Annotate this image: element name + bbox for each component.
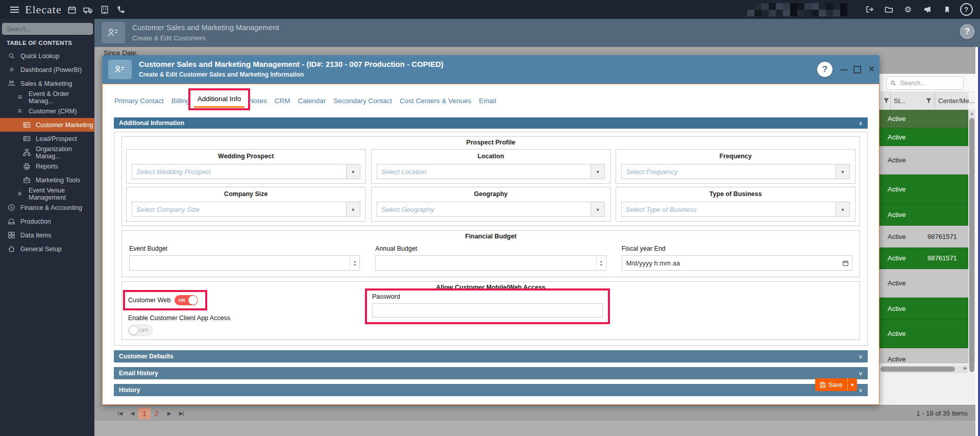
location-dropdown[interactable]: Select Location ▾: [377, 164, 605, 179]
toggle-knob[interactable]: [188, 296, 198, 305]
wedding-prospect-dropdown[interactable]: Select Wedding Prospect ▾: [132, 164, 360, 179]
grid-search-input[interactable]: [899, 79, 963, 87]
tab-notes[interactable]: Notes: [245, 94, 270, 108]
modal-help-button[interactable]: ?: [817, 62, 832, 77]
hamburger-menu-icon[interactable]: [10, 7, 19, 13]
step-down-icon[interactable]: ▾: [354, 263, 356, 267]
section-customer-defaults[interactable]: Customer Defaults ∨: [114, 350, 868, 362]
sidebar-item-data-items[interactable]: Data Items: [0, 228, 94, 242]
sidebar-item-sales-marketing[interactable]: Sales & Marketing: [0, 77, 94, 90]
tab-calendar[interactable]: Calendar: [294, 94, 329, 108]
chevron-down-icon[interactable]: ▾: [346, 202, 360, 216]
fiscal-year-input[interactable]: [622, 259, 840, 267]
grid-column-partial[interactable]: [879, 91, 891, 110]
table-row[interactable]: Active: [879, 204, 968, 226]
pager-page-2[interactable]: 2: [151, 408, 163, 419]
sidebar-item-organization-management[interactable]: Organization Manag...: [0, 146, 94, 159]
filter-icon[interactable]: [923, 98, 932, 104]
password-input[interactable]: [372, 303, 603, 318]
type-of-business-dropdown[interactable]: Select Type of Business ▾: [621, 202, 850, 217]
gear-icon[interactable]: ⚙: [901, 3, 915, 16]
scroll-up-icon[interactable]: ▲: [968, 110, 975, 117]
logout-icon[interactable]: [863, 3, 876, 16]
grid-column-center[interactable]: Center/Me...: [935, 91, 980, 110]
phone-icon[interactable]: [115, 4, 127, 16]
save-button[interactable]: Save ▼: [815, 378, 857, 391]
sidebar-item-general-setup[interactable]: General Setup: [0, 242, 94, 256]
sidebar-item-reports[interactable]: Reports: [0, 159, 94, 173]
tab-primary-contact[interactable]: Primary Contact: [111, 94, 167, 108]
sidebar-item-marketing-tools[interactable]: Marketing Tools: [0, 173, 94, 187]
sidebar-item-finance-accounting[interactable]: $ Finance & Accounting: [0, 201, 94, 214]
pager-next-button[interactable]: ▶: [163, 408, 175, 419]
frequency-dropdown[interactable]: Select Frequency ▾: [621, 164, 850, 179]
tab-cost-centers-venues[interactable]: Cost Centers & Venues: [396, 94, 475, 108]
filter-icon[interactable]: [880, 98, 889, 104]
maximize-icon[interactable]: [853, 66, 861, 74]
chevron-down-icon[interactable]: ▾: [591, 202, 604, 216]
folder-icon[interactable]: [882, 3, 895, 16]
table-row[interactable]: Active: [879, 175, 968, 204]
section-email-history[interactable]: Email History ∨: [114, 367, 868, 379]
section-history[interactable]: History ∨: [114, 384, 868, 396]
save-dropdown-arrow[interactable]: ▼: [847, 378, 857, 391]
close-icon[interactable]: ×: [869, 64, 874, 74]
company-size-dropdown[interactable]: Select Company Size ▾: [132, 202, 360, 217]
sidebar-item-quick-lookup[interactable]: Quick Lookup: [0, 49, 94, 63]
calendar-icon[interactable]: [66, 4, 78, 16]
chevron-down-icon[interactable]: ▾: [591, 164, 604, 179]
pager-prev-button[interactable]: ◀: [126, 408, 138, 419]
table-row[interactable]: Active: [879, 298, 968, 320]
tab-crm[interactable]: CRM: [271, 94, 294, 108]
table-row[interactable]: Active: [879, 269, 968, 298]
chevron-down-icon[interactable]: ▾: [836, 164, 849, 179]
sidebar-item-production[interactable]: Production: [0, 214, 94, 228]
section-additional-information[interactable]: Additional Information ∧: [114, 117, 868, 129]
table-row[interactable]: Active: [879, 146, 968, 175]
sidebar-item-event-venue-management[interactable]: ≡ Event Venue Management: [0, 187, 94, 201]
table-row[interactable]: Active: [879, 348, 968, 364]
client-app-access-toggle[interactable]: OFF: [128, 325, 153, 336]
sidebar-search-input[interactable]: [2, 23, 93, 35]
bookmark-icon[interactable]: [940, 3, 953, 16]
customer-web-toggle[interactable]: ON: [175, 295, 198, 305]
table-row[interactable]: Active: [879, 128, 968, 146]
pager-first-button[interactable]: |◀: [114, 408, 126, 419]
horizontal-scroll-thumb[interactable]: [880, 367, 955, 372]
chevron-down-icon[interactable]: ▾: [836, 202, 849, 216]
tab-secondary-contact[interactable]: Secondary Contact: [330, 94, 396, 108]
sidebar-item-event-order-management[interactable]: ≡ Event & Order Manag...: [0, 90, 94, 104]
step-down-icon[interactable]: ▾: [600, 263, 602, 267]
scroll-down-icon[interactable]: ▼: [968, 356, 975, 364]
scroll-right-icon[interactable]: ▶: [964, 366, 967, 371]
sidebar-item-lead-prospect[interactable]: Lead/Prospect: [0, 132, 94, 146]
tab-billing[interactable]: Billing: [168, 94, 193, 108]
table-row[interactable]: Active98761571: [879, 226, 968, 248]
sidebar-item-dashboard[interactable]: ≡ Dashboard (PowerBI): [0, 63, 94, 77]
sidebar-item-customer-marketing[interactable]: Customer Marketing: [0, 118, 94, 132]
pager-page-1[interactable]: 1: [138, 408, 151, 419]
sidebar-item-customer-crm[interactable]: ≡ Customer (CRM): [0, 104, 94, 118]
pager-last-button[interactable]: ▶|: [175, 408, 187, 419]
calendar-icon[interactable]: [840, 260, 852, 267]
event-budget-input[interactable]: [130, 259, 350, 267]
page-help-button[interactable]: ?: [960, 24, 975, 39]
geography-dropdown[interactable]: Select Geography ▾: [377, 202, 605, 217]
truck-icon[interactable]: [82, 4, 94, 16]
annual-budget-input[interactable]: [376, 259, 596, 267]
toggle-knob[interactable]: [129, 326, 138, 335]
step-up-icon[interactable]: ▴: [354, 259, 356, 263]
grid-column-status[interactable]: St...: [891, 91, 935, 110]
building-icon[interactable]: [99, 4, 111, 16]
chevron-down-icon[interactable]: ▾: [346, 164, 360, 179]
save-button-main[interactable]: Save: [815, 381, 848, 389]
table-row[interactable]: Active98761571: [879, 248, 968, 269]
table-row[interactable]: Active: [879, 320, 968, 348]
minimize-icon[interactable]: [841, 69, 848, 70]
megaphone-icon[interactable]: [921, 3, 934, 16]
vertical-scroll-thumb[interactable]: [969, 118, 974, 372]
tab-additional-info[interactable]: Additional Info: [194, 92, 245, 108]
tab-email[interactable]: Email: [475, 94, 500, 108]
help-icon[interactable]: ?: [960, 3, 973, 16]
step-up-icon[interactable]: ▴: [600, 259, 602, 263]
